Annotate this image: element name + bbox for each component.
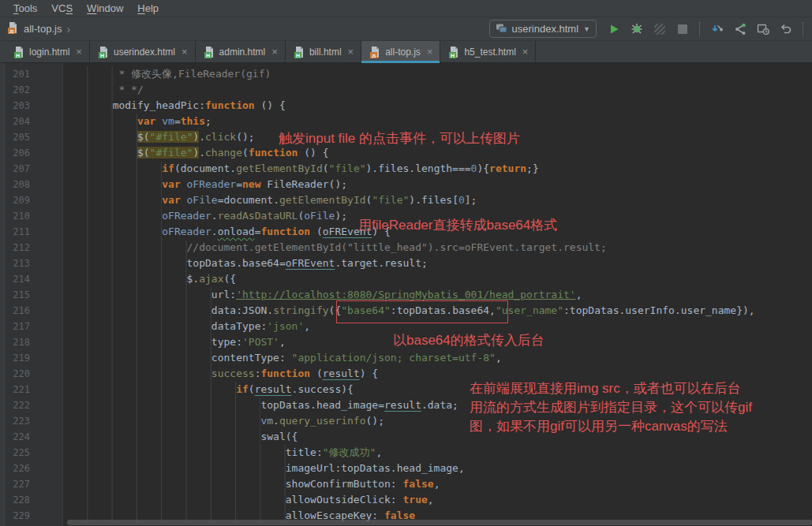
gutter-fold-area[interactable] bbox=[30, 240, 63, 256]
gutter-fold-area[interactable] bbox=[30, 287, 63, 303]
gutter-fold-area[interactable] bbox=[30, 461, 63, 476]
line-number[interactable]: 209 bbox=[0, 192, 30, 208]
code-editor[interactable]: 201 * 修改头像,FileReader(gif)202 * */203 mo… bbox=[0, 63, 812, 526]
code-line[interactable]: 206 $("#file").change(function () { bbox=[0, 145, 812, 161]
line-number[interactable]: 212 bbox=[0, 240, 30, 256]
code-line[interactable]: 222 topDatas.head_image=result.data; bbox=[0, 397, 812, 413]
code-line[interactable]: 227 showConfirmButton: false, bbox=[0, 476, 812, 492]
gutter-fold-area[interactable] bbox=[30, 382, 63, 397]
gutter-fold-area[interactable] bbox=[30, 256, 63, 271]
code-line[interactable]: 208 var oFReader=new FileReader(); bbox=[0, 177, 812, 192]
line-number[interactable]: 223 bbox=[0, 413, 30, 429]
line-number[interactable]: 226 bbox=[0, 461, 30, 476]
code-line[interactable]: 217 dataType:'json', bbox=[0, 319, 812, 334]
gutter-fold-area[interactable] bbox=[30, 114, 63, 129]
code-line[interactable]: 216 data:JSON.stringify({"base64":topDat… bbox=[0, 303, 812, 319]
line-number[interactable]: 204 bbox=[0, 114, 30, 129]
line-number[interactable]: 208 bbox=[0, 177, 30, 192]
menu-help[interactable]: Help bbox=[130, 2, 166, 14]
code-line[interactable]: 204 var vm=this; bbox=[0, 114, 812, 129]
update-project-button[interactable] bbox=[709, 21, 725, 37]
run-with-coverage-button[interactable] bbox=[652, 21, 668, 37]
code-line[interactable]: 210 oFReader.readAsDataURL(oFile); bbox=[0, 208, 812, 224]
code-line[interactable]: 221 if(result.success){ bbox=[0, 382, 812, 397]
tab-close-icon[interactable]: × bbox=[348, 47, 354, 57]
gutter-fold-area[interactable] bbox=[30, 350, 63, 366]
line-number[interactable]: 201 bbox=[0, 66, 30, 82]
horizontal-scrollbar[interactable] bbox=[67, 520, 812, 525]
gutter-fold-area[interactable] bbox=[30, 319, 63, 334]
gutter-fold-area[interactable] bbox=[30, 271, 63, 287]
line-number[interactable]: 203 bbox=[0, 98, 30, 114]
code-line[interactable]: 207 if(document.getElementById("file").f… bbox=[0, 161, 812, 177]
undo-button[interactable] bbox=[778, 21, 794, 37]
gutter-fold-area[interactable] bbox=[30, 445, 63, 461]
gutter-fold-area[interactable] bbox=[30, 413, 63, 429]
code-line[interactable]: 226 imageUrl:topDatas.head_image, bbox=[0, 461, 812, 476]
code-line[interactable]: 211 oFReader.onload=function (oFREvent) … bbox=[0, 224, 812, 240]
code-line[interactable]: 213 topDatas.base64=oFREvent.target.resu… bbox=[0, 256, 812, 271]
line-number[interactable]: 228 bbox=[0, 492, 30, 508]
code-line[interactable]: 201 * 修改头像,FileReader(gif) bbox=[0, 66, 812, 82]
line-number[interactable]: 227 bbox=[0, 476, 30, 492]
line-number[interactable]: 217 bbox=[0, 319, 30, 334]
gutter-fold-area[interactable] bbox=[30, 208, 63, 224]
run-config-selector[interactable]: userindex.html ▼ bbox=[489, 20, 597, 38]
gutter-fold-area[interactable] bbox=[30, 192, 63, 208]
stop-button[interactable] bbox=[675, 21, 690, 37]
line-number[interactable]: 229 bbox=[0, 508, 30, 524]
menu-window[interactable]: Window bbox=[80, 2, 130, 14]
gutter-fold-area[interactable] bbox=[30, 429, 63, 445]
line-number[interactable]: 216 bbox=[0, 303, 30, 319]
menu-vcs[interactable]: VCS bbox=[44, 2, 80, 14]
code-line[interactable]: 205 $("#file").click(); bbox=[0, 129, 812, 145]
gutter-fold-area[interactable] bbox=[30, 98, 63, 114]
code-line[interactable]: 220 success:function (result) { bbox=[0, 366, 812, 382]
tab-close-icon[interactable]: × bbox=[271, 47, 278, 57]
tab-h5_test.html[interactable]: H h5_test.html× bbox=[440, 41, 536, 62]
tab-close-icon[interactable]: × bbox=[181, 47, 188, 57]
line-number[interactable]: 221 bbox=[0, 382, 30, 397]
code-line[interactable]: 202 * */ bbox=[0, 82, 812, 98]
debug-button[interactable] bbox=[629, 21, 645, 37]
commit-button[interactable] bbox=[732, 21, 748, 37]
line-number[interactable]: 205 bbox=[0, 129, 30, 145]
code-line[interactable]: 209 var oFile=document.getElementById("f… bbox=[0, 192, 812, 208]
line-number[interactable]: 214 bbox=[0, 271, 30, 287]
gutter-fold-area[interactable] bbox=[30, 177, 63, 192]
gutter-fold-area[interactable] bbox=[30, 145, 63, 161]
gutter-fold-area[interactable] bbox=[30, 161, 63, 177]
tab-login.html[interactable]: H login.html× bbox=[6, 41, 90, 62]
gutter-fold-area[interactable] bbox=[30, 508, 63, 524]
breadcrumb-file[interactable]: all-top.js bbox=[24, 23, 62, 35]
line-number[interactable]: 224 bbox=[0, 429, 30, 445]
menu-tools[interactable]: Tools bbox=[6, 2, 44, 14]
line-number[interactable]: 206 bbox=[0, 145, 30, 161]
line-number[interactable]: 202 bbox=[0, 82, 30, 98]
line-number[interactable]: 218 bbox=[0, 334, 30, 350]
line-number[interactable]: 219 bbox=[0, 350, 30, 366]
code-line[interactable]: 219 contentType: "application/json; char… bbox=[0, 350, 812, 366]
code-line[interactable]: 224 swal({ bbox=[0, 429, 812, 445]
recent-changes-button[interactable] bbox=[755, 21, 771, 37]
line-number[interactable]: 210 bbox=[0, 208, 30, 224]
line-number[interactable]: 207 bbox=[0, 161, 30, 177]
gutter-fold-area[interactable] bbox=[30, 129, 63, 145]
code-line[interactable]: 203 modify_headPic:function () { bbox=[0, 98, 812, 114]
gutter-fold-area[interactable] bbox=[30, 303, 63, 319]
tab-all-top.js[interactable]: JS all-top.js× bbox=[361, 41, 440, 62]
line-number[interactable]: 220 bbox=[0, 366, 30, 382]
code-line[interactable]: 212 //document.getElementById("little_he… bbox=[0, 240, 812, 256]
gutter-fold-area[interactable] bbox=[30, 492, 63, 508]
breadcrumb[interactable]: JS all-top.js › bbox=[6, 21, 70, 36]
code-line[interactable]: 214 $.ajax({ bbox=[0, 271, 812, 287]
tab-bill.html[interactable]: H bill.html× bbox=[286, 41, 361, 62]
gutter-fold-area[interactable] bbox=[30, 366, 63, 382]
line-number[interactable]: 222 bbox=[0, 397, 30, 413]
code-line[interactable]: 228 allowOutsideClick: true, bbox=[0, 492, 812, 508]
code-line[interactable]: 225 title:"修改成功", bbox=[0, 445, 812, 461]
gutter-fold-area[interactable] bbox=[30, 66, 63, 82]
gutter-fold-area[interactable] bbox=[30, 224, 63, 240]
tab-close-icon[interactable]: × bbox=[522, 47, 529, 57]
tab-userindex.html[interactable]: H userindex.html× bbox=[90, 41, 196, 62]
